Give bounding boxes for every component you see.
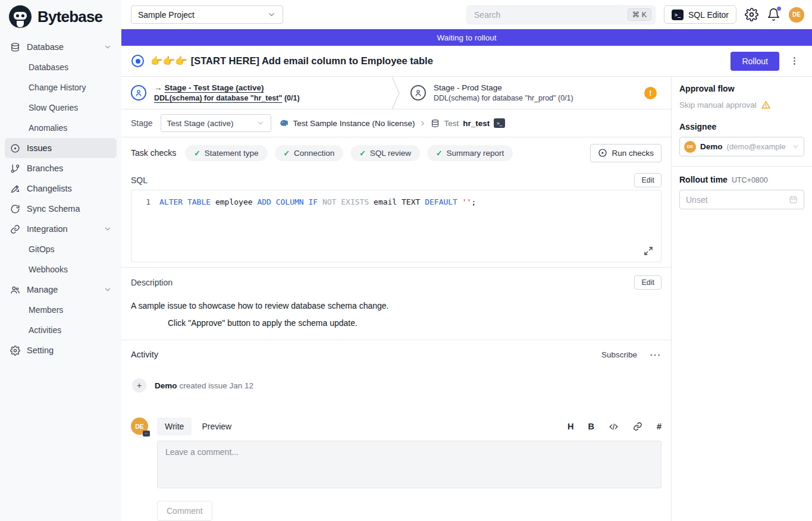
sidebar-item-branches[interactable]: Branches (5, 158, 117, 178)
comment-submit-button[interactable]: Comment (157, 501, 212, 521)
sidebar-item-activities[interactable]: Activities (5, 320, 117, 340)
stage-task-count: (0/1) (284, 94, 300, 102)
sidebar-item-label: Members (29, 305, 63, 315)
sql-edit-button[interactable]: Edit (634, 173, 661, 187)
sql-token: ALTER TABLE (159, 197, 211, 206)
users-icon (10, 284, 20, 295)
task-check-sql-review[interactable]: ✓SQL review (350, 145, 420, 161)
search-box[interactable]: ⌘ K (466, 5, 656, 24)
bold-icon[interactable]: B (588, 422, 594, 431)
sidebar-item-label: Anomalies (29, 123, 67, 133)
sidebar-item-members[interactable]: Members (5, 300, 117, 320)
comment-input[interactable] (157, 441, 661, 488)
stage-select[interactable]: Test Stage (active) (161, 114, 271, 132)
stage-select-value: Test Stage (active) (167, 119, 234, 128)
stage-task: DDL(schema) for database "hr_prod" (434, 94, 556, 102)
check-icon: ✓ (194, 149, 200, 158)
tab-write[interactable]: Write (157, 418, 192, 435)
heading-icon[interactable]: H (568, 422, 573, 431)
sidebar-item-changelists[interactable]: Changelists (5, 178, 117, 199)
code-icon[interactable] (609, 422, 619, 431)
sidebar-item-databases[interactable]: Databases (5, 57, 117, 77)
run-checks-button[interactable]: Run checks (590, 144, 661, 162)
stage-card-test[interactable]: →Stage - Test Stage (active) DDL(schema)… (121, 77, 391, 109)
sql-token: ADD COLUMN IF (257, 197, 318, 206)
assignee-avatar: DE (684, 141, 696, 153)
check-icon: ✓ (359, 149, 365, 158)
stage-card-prod[interactable]: Stage - Prod Stage DDL(schema) for datab… (401, 77, 671, 109)
main-column: →Stage - Test Stage (active) DDL(schema)… (121, 77, 671, 521)
sidebar-item-database[interactable]: Database (5, 37, 117, 57)
branch-icon (10, 163, 20, 174)
settings-gear-icon[interactable] (745, 8, 758, 21)
project-select[interactable]: Sample Project (131, 5, 283, 24)
issue-side-panel: Approval flow Skip manual approval Assig… (671, 77, 812, 521)
event-description: created issue Jan 12 (180, 381, 254, 390)
sidebar-item-label: Slow Queries (29, 103, 78, 112)
sidebar-item-anomalies[interactable]: Anomalies (5, 118, 117, 138)
comment-composer: DE ·· WritePreview HB# Comment (131, 418, 661, 521)
sidebar-item-label: Issues (27, 143, 52, 153)
rollout-time-picker[interactable]: Unset (679, 190, 804, 209)
search-input[interactable] (474, 10, 623, 20)
run-checks-label: Run checks (612, 149, 654, 158)
composer-tabs: WritePreview (157, 418, 242, 435)
sidebar-item-change-history[interactable]: Change History (5, 77, 117, 98)
kebab-menu-icon[interactable] (786, 56, 803, 66)
description-title: Description (131, 278, 173, 287)
assignee-title: Assignee (679, 122, 804, 131)
sidebar-item-label: Webhooks (29, 265, 68, 274)
brand-logo[interactable]: Bytebase (0, 0, 121, 33)
link-icon[interactable] (633, 422, 642, 431)
composer-avatar: DE ·· (131, 418, 148, 435)
sidebar-item-label: Manage (27, 285, 58, 294)
line-number: 1 (131, 197, 151, 206)
sidebar-item-setting[interactable]: Setting (5, 340, 117, 360)
attention-icon: ! (644, 87, 657, 99)
sidebar-item-webhooks[interactable]: Webhooks (5, 259, 117, 280)
instance-name[interactable]: Test Sample Instance (No license) (293, 119, 415, 128)
sidebar-item-gitops[interactable]: GitOps (5, 239, 117, 259)
open-sql-editor-icon[interactable]: >_ (494, 118, 505, 128)
task-check-connection[interactable]: ✓Connection (275, 145, 344, 161)
current-stage-arrow: → (154, 83, 162, 92)
sidebar-item-slow-queries[interactable]: Slow Queries (5, 98, 117, 118)
panel-divider (672, 166, 812, 167)
main-area: Sample Project ⌘ K >_ SQL Editor DE Wait… (121, 0, 812, 521)
description-section: Description Edit A sample issue to showc… (121, 268, 671, 340)
approval-flow-title: Approval flow (679, 84, 804, 93)
plus-icon: + (132, 378, 146, 393)
task-check-summary-report[interactable]: ✓Summary report (427, 145, 513, 161)
sync-icon (10, 203, 20, 214)
task-check-statement-type[interactable]: ✓Statement type (185, 145, 267, 161)
sql-token: DEFAULT (425, 197, 457, 206)
hash-icon[interactable]: # (657, 422, 661, 431)
sql-editor-button[interactable]: >_ SQL Editor (664, 5, 736, 24)
task-checks-label: Task checks (131, 148, 176, 158)
stage-label: Stage (131, 118, 153, 128)
expand-icon[interactable] (644, 246, 653, 256)
sidebar-item-label: Activities (29, 325, 61, 335)
assignee-select[interactable]: DE Demo (demo@example (679, 137, 804, 156)
play-circle-icon (598, 148, 607, 158)
rollout-button[interactable]: Rollout (731, 52, 779, 71)
chevron-down-icon (267, 10, 276, 19)
database-name[interactable]: hr_test (463, 119, 490, 128)
activity-menu-icon[interactable]: ··· (650, 350, 661, 359)
subscribe-button[interactable]: Subscribe (601, 350, 637, 359)
notifications-bell-icon[interactable] (767, 8, 780, 21)
user-avatar[interactable]: DE (789, 7, 804, 23)
stage-text: Stage - Prod Stage DDL(schema) for datab… (434, 83, 573, 102)
tab-preview[interactable]: Preview (194, 418, 239, 435)
sidebar-item-integration[interactable]: Integration (5, 219, 117, 239)
sql-editor[interactable]: 1 ALTER TABLE employee ADD COLUMN IF NOT… (131, 190, 661, 262)
sidebar-item-issues[interactable]: Issues (5, 138, 117, 158)
sidebar-item-sync-schema[interactable]: Sync Schema (5, 199, 117, 219)
task-check-label: Summary report (447, 149, 504, 158)
calendar-icon (789, 195, 798, 204)
sidebar-item-manage[interactable]: Manage (5, 280, 117, 300)
description-edit-button[interactable]: Edit (634, 275, 661, 290)
stage-task: DDL(schema) for database "hr_test" (154, 94, 282, 102)
stage-name: Stage - Prod Stage (434, 83, 573, 92)
sql-token: ; (471, 197, 476, 206)
